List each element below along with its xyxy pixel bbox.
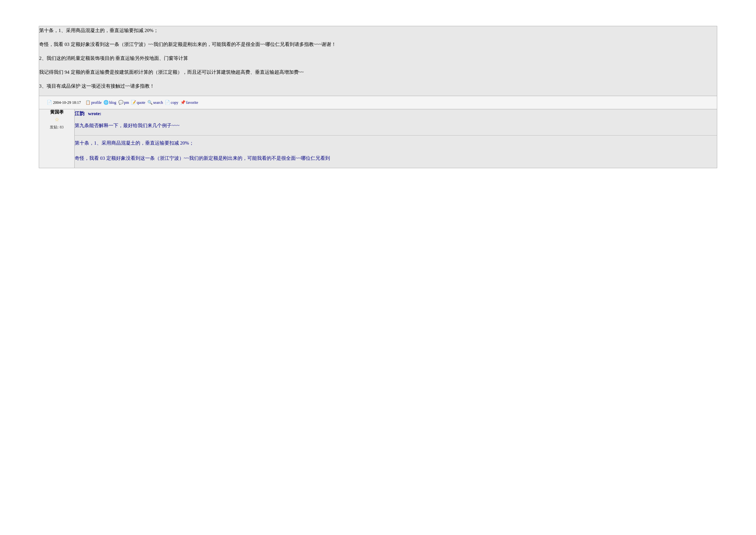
post-row-2: 黄国孝 ☆ 发贴: 83 江韵 wrote: 第九条能否解释一下，最好给我们来几… (39, 109, 717, 168)
search-icon: 🔍 (148, 100, 152, 105)
quote-link[interactable]: 📝 quote (131, 100, 146, 105)
doc-icon: 📄 (47, 100, 52, 105)
pm-icon: 💬 (118, 100, 123, 105)
profile-link[interactable]: 📋 profile (85, 100, 101, 105)
blog-link[interactable]: 🌐 blog (103, 100, 116, 105)
quote-body: 第九条能否解释一下，最好给我们来几个例子~~~ (75, 121, 717, 130)
blog-icon: 🌐 (103, 100, 109, 105)
post-paragraph-4: 我记得我们 94 定额的垂直运输费是按建筑面积计算的（浙江定额），而且还可以计算… (39, 68, 717, 77)
user-posts-2: 发贴: 83 (39, 125, 74, 130)
user-name-2: 黄国孝 (39, 109, 74, 115)
user-star-2: ☆ (39, 116, 74, 123)
post-content-cell-2: 江韵 wrote: 第九条能否解释一下，最好给我们来几个例子~~~ 第十条，1、… (75, 109, 717, 168)
forum-table: 第十条，1、采用商品混凝土的，垂直运输要扣减 20%； 奇怪，我看 03 定额好… (39, 26, 717, 168)
profile-icon: 📋 (85, 100, 91, 105)
quote-icon: 📝 (131, 100, 136, 105)
favorite-link[interactable]: 📌 favorite (180, 100, 198, 105)
search-link[interactable]: 🔍 search (148, 100, 163, 105)
favorite-icon: 📌 (180, 100, 185, 105)
copy-link[interactable]: 📄 copy (165, 100, 178, 105)
quote-text: wrote: (88, 111, 101, 116)
post-paragraph-2: 奇怪，我看 03 定额好象没看到这一条（浙江宁波）~~我们的新定额是刚出来的，可… (39, 40, 717, 49)
post-paragraph-1: 第十条，1、采用商品混凝土的，垂直运输要扣减 20%； (39, 26, 717, 35)
copy-icon: 📄 (165, 100, 170, 105)
post-timestamp-1: 📄 2004-10-29 18:17 (47, 100, 81, 105)
action-bar-row-1: 📄 2004-10-29 18:17 📋 profile 🌐 blog 💬 pm (39, 96, 717, 109)
post-content-cell-1: 第十条，1、采用商品混凝土的，垂直运输要扣减 20%； 奇怪，我看 03 定额好… (39, 26, 717, 96)
post-paragraph-5: 3、项目有成品保护 这一项还没有接触过~~请多指教！ (39, 82, 717, 91)
post-row-1: 第十条，1、采用商品混凝土的，垂直运输要扣减 20%； 奇怪，我看 03 定额好… (39, 26, 717, 96)
quote-header: 江韵 wrote: (75, 109, 717, 118)
post2-content: 第十条，1、采用商品混凝土的，垂直运输要扣减 20%； 奇怪，我看 03 定额好… (75, 139, 717, 163)
post-paragraph-3: 2、我们这的消耗量定额装饰项目的 垂直运输另外按地面、门窗等计算 (39, 54, 717, 63)
action-bar-cell-1: 📄 2004-10-29 18:17 📋 profile 🌐 blog 💬 pm (39, 96, 717, 109)
page-container: 第十条，1、采用商品混凝土的，垂直运输要扣减 20%； 奇怪，我看 03 定额好… (0, 0, 756, 535)
quote-author: 江韵 (75, 111, 84, 116)
divider-1 (75, 135, 717, 135)
action-bar-1: 📄 2004-10-29 18:17 📋 profile 🌐 blog 💬 pm (43, 98, 713, 107)
pm-link[interactable]: 💬 pm (118, 100, 129, 105)
user-sidebar-2: 黄国孝 ☆ 发贴: 83 (39, 109, 75, 168)
